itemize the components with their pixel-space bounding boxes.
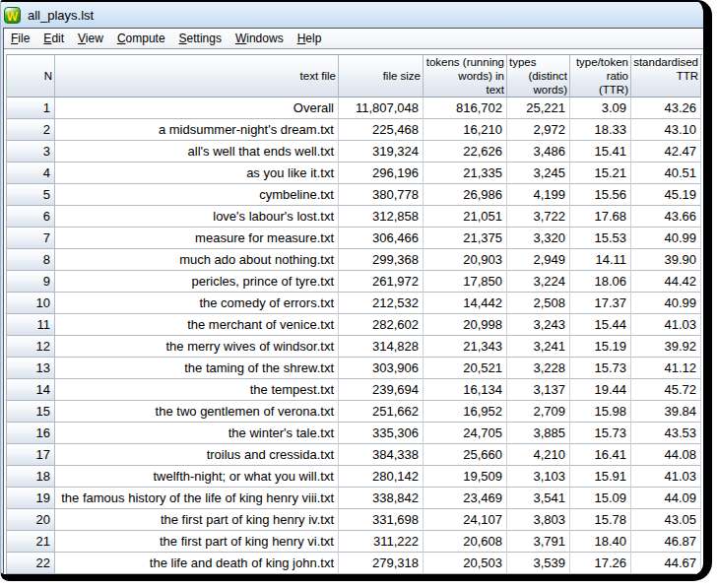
cell-ttr[interactable]: 15.98 <box>570 401 631 423</box>
column-header-text_file[interactable]: text file <box>55 55 339 98</box>
cell-file_size[interactable]: 279,318 <box>339 553 424 574</box>
cell-text_file[interactable]: love's labour's lost.txt <box>55 206 339 228</box>
cell-tokens[interactable]: 21,335 <box>424 163 507 184</box>
cell-tokens[interactable]: 20,503 <box>424 553 507 574</box>
menu-item-view[interactable]: View <box>71 29 110 48</box>
cell-types[interactable]: 2,709 <box>507 401 570 423</box>
row-number-cell[interactable]: 14 <box>7 379 55 401</box>
cell-types[interactable]: 3,486 <box>507 141 570 163</box>
cell-text_file[interactable]: the famous history of the life of king h… <box>55 488 339 509</box>
row-number-cell[interactable]: 17 <box>7 444 55 466</box>
column-header-std_ttr[interactable]: standardisedTTR <box>631 55 701 98</box>
column-header-file_size[interactable]: file size <box>339 55 424 98</box>
column-header-n[interactable]: N <box>7 55 55 98</box>
cell-std_ttr[interactable]: 39.84 <box>631 401 701 423</box>
cell-ttr[interactable]: 15.21 <box>570 163 631 184</box>
row-number-cell[interactable]: 5 <box>7 184 55 206</box>
cell-text_file[interactable]: Overall <box>55 98 339 119</box>
cell-text_file[interactable]: a midsummer-night's dream.txt <box>55 119 339 141</box>
cell-ttr[interactable]: 3.09 <box>570 98 631 119</box>
row-number-cell[interactable]: 22 <box>7 553 55 574</box>
row-number-cell[interactable]: 8 <box>7 249 55 271</box>
cell-tokens[interactable]: 21,051 <box>424 206 507 228</box>
row-number-cell[interactable]: 11 <box>7 314 55 336</box>
cell-types[interactable]: 3,137 <box>507 379 570 401</box>
cell-types[interactable]: 2,972 <box>507 119 570 141</box>
cell-text_file[interactable]: much ado about nothing.txt <box>55 249 339 271</box>
cell-ttr[interactable]: 17.68 <box>570 206 631 228</box>
cell-tokens[interactable]: 22,626 <box>424 141 507 163</box>
cell-std_ttr[interactable]: 40.99 <box>631 228 701 249</box>
cell-types[interactable]: 3,885 <box>507 423 570 444</box>
cell-tokens[interactable]: 23,469 <box>424 488 507 509</box>
cell-types[interactable]: 3,722 <box>507 206 570 228</box>
cell-std_ttr[interactable]: 43.53 <box>631 423 701 444</box>
wordsmith-wordlist-icon[interactable]: W <box>4 7 21 24</box>
menu-item-help[interactable]: Help <box>291 29 329 48</box>
cell-file_size[interactable]: 11,807,048 <box>339 98 424 119</box>
row-number-cell[interactable]: 18 <box>7 466 55 488</box>
cell-types[interactable]: 3,541 <box>507 488 570 509</box>
cell-ttr[interactable]: 18.40 <box>570 531 631 553</box>
cell-tokens[interactable]: 17,850 <box>424 271 507 293</box>
menu-item-settings[interactable]: Settings <box>172 29 228 48</box>
cell-types[interactable]: 4,210 <box>507 444 570 466</box>
cell-types[interactable]: 3,539 <box>507 553 570 574</box>
row-number-cell[interactable]: 13 <box>7 358 55 379</box>
cell-std_ttr[interactable]: 44.08 <box>631 444 701 466</box>
cell-text_file[interactable]: pericles, prince of tyre.txt <box>55 271 339 293</box>
row-number-cell[interactable]: 20 <box>7 509 55 531</box>
cell-tokens[interactable]: 21,343 <box>424 336 507 358</box>
cell-text_file[interactable]: cymbeline.txt <box>55 184 339 206</box>
cell-std_ttr[interactable]: 41.03 <box>631 314 701 336</box>
cell-text_file[interactable]: the first part of king henry iv.txt <box>55 509 339 531</box>
cell-ttr[interactable]: 15.78 <box>570 509 631 531</box>
cell-std_ttr[interactable]: 44.42 <box>631 271 701 293</box>
cell-std_ttr[interactable]: 43.05 <box>631 509 701 531</box>
cell-std_ttr[interactable]: 44.67 <box>631 553 701 574</box>
cell-file_size[interactable]: 225,468 <box>339 119 424 141</box>
cell-ttr[interactable]: 14.11 <box>570 249 631 271</box>
cell-ttr[interactable]: 16.41 <box>570 444 631 466</box>
cell-text_file[interactable]: the tempest.txt <box>55 379 339 401</box>
cell-text_file[interactable]: the merry wives of windsor.txt <box>55 336 339 358</box>
cell-std_ttr[interactable]: 43.66 <box>631 206 701 228</box>
cell-tokens[interactable]: 21,375 <box>424 228 507 249</box>
menu-item-windows[interactable]: Windows <box>228 29 291 48</box>
cell-file_size[interactable]: 212,532 <box>339 293 424 314</box>
cell-text_file[interactable]: the life and death of king john.txt <box>55 553 339 574</box>
cell-types[interactable]: 3,103 <box>507 466 570 488</box>
cell-file_size[interactable]: 331,698 <box>339 509 424 531</box>
column-header-tokens[interactable]: tokens (runningwords) intext <box>424 55 507 98</box>
cell-tokens[interactable]: 26,986 <box>424 184 507 206</box>
cell-tokens[interactable]: 16,952 <box>424 401 507 423</box>
cell-file_size[interactable]: 299,368 <box>339 249 424 271</box>
cell-file_size[interactable]: 251,662 <box>339 401 424 423</box>
cell-text_file[interactable]: the winter's tale.txt <box>55 423 339 444</box>
cell-ttr[interactable]: 17.37 <box>570 293 631 314</box>
row-number-cell[interactable]: 4 <box>7 163 55 184</box>
cell-file_size[interactable]: 338,842 <box>339 488 424 509</box>
row-number-cell[interactable]: 12 <box>7 336 55 358</box>
cell-file_size[interactable]: 380,778 <box>339 184 424 206</box>
cell-text_file[interactable]: troilus and cressida.txt <box>55 444 339 466</box>
cell-ttr[interactable]: 18.06 <box>570 271 631 293</box>
cell-types[interactable]: 25,221 <box>507 98 570 119</box>
cell-ttr[interactable]: 15.73 <box>570 358 631 379</box>
cell-std_ttr[interactable]: 40.51 <box>631 163 701 184</box>
cell-tokens[interactable]: 20,521 <box>424 358 507 379</box>
menu-item-compute[interactable]: Compute <box>110 29 172 48</box>
row-number-cell[interactable]: 10 <box>7 293 55 314</box>
row-number-cell[interactable]: 7 <box>7 228 55 249</box>
cell-ttr[interactable]: 18.33 <box>570 119 631 141</box>
cell-std_ttr[interactable]: 39.90 <box>631 249 701 271</box>
cell-std_ttr[interactable]: 40.99 <box>631 293 701 314</box>
cell-types[interactable]: 3,228 <box>507 358 570 379</box>
cell-tokens[interactable]: 19,509 <box>424 466 507 488</box>
cell-file_size[interactable]: 306,466 <box>339 228 424 249</box>
cell-types[interactable]: 3,224 <box>507 271 570 293</box>
cell-file_size[interactable]: 312,858 <box>339 206 424 228</box>
cell-tokens[interactable]: 14,442 <box>424 293 507 314</box>
cell-file_size[interactable]: 303,906 <box>339 358 424 379</box>
row-number-cell[interactable]: 2 <box>7 119 55 141</box>
